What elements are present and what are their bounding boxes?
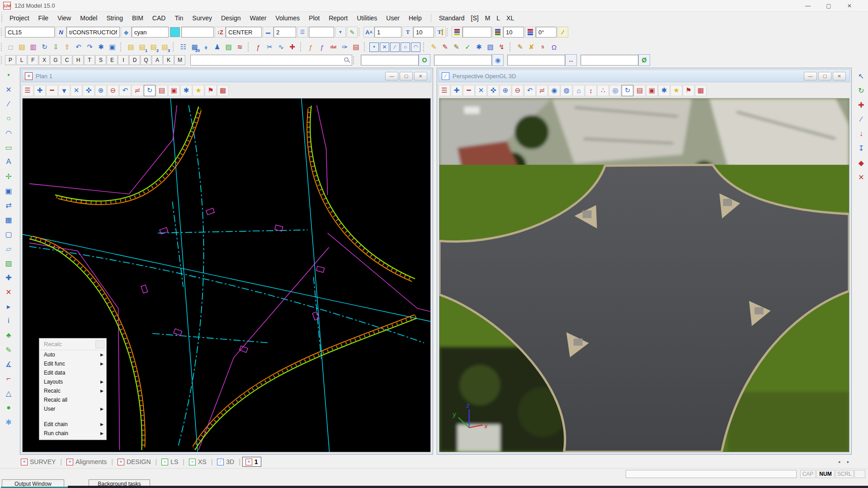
minimize-button[interactable]: — bbox=[797, 0, 818, 11]
cad-letter-d[interactable]: D bbox=[129, 55, 140, 65]
recalc-icon[interactable]: ↻ bbox=[144, 85, 156, 96]
fx-recalc-icon[interactable]: ƒ bbox=[317, 42, 327, 52]
zoom-in-icon[interactable]: ⊕ bbox=[500, 85, 511, 96]
symbol-blank-field[interactable] bbox=[462, 27, 491, 38]
weight-field[interactable] bbox=[274, 27, 296, 38]
pan-hand-icon[interactable]: ✜ bbox=[83, 85, 94, 96]
snap-diameter-field[interactable] bbox=[580, 55, 638, 66]
linestyle-lines-icon[interactable]: ☰ bbox=[297, 27, 308, 38]
snap-target-field[interactable] bbox=[434, 55, 492, 66]
style-field[interactable] bbox=[309, 27, 334, 38]
survey-pen-icon[interactable]: ✑ bbox=[340, 42, 350, 52]
cad-letter-i[interactable]: I bbox=[118, 55, 129, 65]
menu-utilities[interactable]: Utilities bbox=[352, 13, 382, 23]
triangle-icon[interactable]: △ bbox=[3, 387, 14, 399]
menu-standard[interactable]: Standard bbox=[436, 13, 468, 23]
snap-tin-icon[interactable]: ◆ bbox=[855, 157, 867, 169]
ruler-icon[interactable]: ▬ bbox=[263, 27, 274, 38]
create-point-icon[interactable]: • bbox=[3, 69, 14, 81]
fan-icon[interactable]: ✢ bbox=[3, 170, 14, 182]
move-icon[interactable]: ✚ bbox=[3, 272, 14, 283]
cad-letter-m[interactable]: M bbox=[175, 55, 185, 65]
snap-point-icon[interactable]: ✚ bbox=[855, 99, 867, 111]
zoom-plus-icon[interactable]: ✚ bbox=[451, 85, 462, 96]
maximize-button[interactable]: ▢ bbox=[818, 0, 839, 11]
layout-grid-icon[interactable]: ▦ bbox=[695, 85, 707, 96]
snap-width-field-icon[interactable]: ↔ bbox=[565, 54, 577, 66]
view-tab-3d[interactable]: ∕3D bbox=[214, 457, 237, 466]
context-item-recalc[interactable]: Recalc▶ bbox=[39, 386, 106, 395]
view-undo-icon[interactable]: ↶ bbox=[119, 85, 131, 96]
zoom-out-icon[interactable]: ⊖ bbox=[107, 85, 119, 96]
snap-target-field-icon[interactable]: ◉ bbox=[492, 54, 504, 66]
view-undo-icon[interactable]: ↶ bbox=[524, 85, 536, 96]
select-pointer-icon[interactable]: ↖ bbox=[855, 70, 867, 82]
globe-icon[interactable]: ● bbox=[3, 402, 14, 413]
steering-icon[interactable]: ◎ bbox=[609, 85, 621, 96]
favourites-star-icon[interactable]: ★ bbox=[670, 85, 682, 96]
context-item-recalc-all[interactable]: Recalc all bbox=[39, 395, 106, 404]
cad-letter-x[interactable]: X bbox=[39, 55, 50, 65]
cad-letter-e[interactable]: E bbox=[107, 55, 118, 65]
pick-icon[interactable]: ▸ bbox=[3, 300, 14, 312]
symbol-style-icon[interactable] bbox=[452, 27, 462, 38]
pencil-point-icon[interactable]: ✎ bbox=[451, 42, 462, 52]
context-item-layouts[interactable]: Layouts▶ bbox=[39, 377, 106, 386]
context-item-edit-chain[interactable]: Edit chain▶ bbox=[39, 420, 106, 429]
fit-icon[interactable]: ▼ bbox=[58, 85, 70, 96]
menu-project[interactable]: Project bbox=[5, 13, 34, 23]
perspective-window-titlebar[interactable]: ∕ Perspective OpenGL 3D — ▢ ✕ bbox=[439, 70, 850, 82]
offset-icon[interactable]: ▣ bbox=[3, 185, 14, 197]
context-item-edit-func[interactable]: Edit func▶ bbox=[39, 359, 106, 368]
context-item-edit-data[interactable]: Edit data bbox=[39, 368, 106, 377]
string-tools-icon[interactable]: ✚ bbox=[287, 42, 297, 52]
open-model-3-icon[interactable]: ▤3 bbox=[160, 42, 170, 52]
create-arc-icon[interactable]: ◠ bbox=[3, 127, 14, 139]
grid-table-icon[interactable]: ▦ bbox=[3, 214, 14, 225]
open-model-2-icon[interactable]: ▤2 bbox=[148, 42, 159, 52]
new-project-icon[interactable]: □ bbox=[5, 42, 16, 52]
menu-view[interactable]: View bbox=[53, 13, 75, 23]
parallelogram-icon[interactable]: ▱ bbox=[3, 243, 14, 254]
edit-pencil-icon[interactable]: ✎ bbox=[347, 27, 358, 38]
z-toggle-icon[interactable]: ↕Z bbox=[215, 27, 226, 38]
symbol-colour-icon[interactable] bbox=[492, 27, 503, 38]
search-input[interactable] bbox=[191, 56, 344, 65]
name-icon[interactable]: N bbox=[56, 27, 66, 38]
cad-letter-p[interactable]: P bbox=[5, 55, 16, 65]
extents-icon[interactable]: ▢ bbox=[3, 228, 14, 240]
angle-measure-icon[interactable]: ∡ bbox=[3, 358, 14, 370]
save-project-icon[interactable]: ▥ bbox=[28, 42, 38, 52]
menu-water[interactable]: Water bbox=[245, 13, 271, 23]
cad-letter-f[interactable]: F bbox=[28, 55, 38, 65]
cad-letter-t[interactable]: T bbox=[84, 55, 95, 65]
perspective-close-button[interactable]: ✕ bbox=[833, 72, 846, 80]
view-mode-icon[interactable]: ≓ bbox=[536, 85, 548, 96]
gear-blue-icon[interactable]: ✱ bbox=[474, 42, 484, 52]
pencil-red-icon[interactable]: ✎ bbox=[440, 42, 450, 52]
resize-icon[interactable]: ✕ bbox=[475, 85, 487, 96]
plan-canvas[interactable]: Recalc Auto▶Edit func▶Edit dataLayouts▶R… bbox=[22, 98, 431, 452]
menu-bim[interactable]: BIM bbox=[127, 13, 148, 23]
interface-chart-icon[interactable]: ▧ bbox=[485, 42, 495, 52]
create-polygon-icon[interactable]: ○ bbox=[3, 113, 14, 124]
menu-user[interactable]: User bbox=[382, 13, 404, 23]
drop-pin-icon[interactable]: ⚑ bbox=[205, 85, 217, 96]
context-item-auto[interactable]: Auto▶ bbox=[39, 350, 106, 359]
snap-circle-field[interactable] bbox=[361, 55, 419, 66]
string-cut-icon[interactable]: ✂ bbox=[264, 42, 275, 52]
menu-survey[interactable]: Survey bbox=[188, 13, 217, 23]
model-diamond-icon[interactable]: ◆ bbox=[121, 27, 132, 38]
plan-restore-button[interactable]: ▢ bbox=[400, 72, 413, 80]
info-icon[interactable]: i bbox=[3, 315, 14, 327]
open-project-icon[interactable]: ▤ bbox=[17, 42, 27, 52]
redo-icon[interactable]: ↷ bbox=[85, 42, 95, 52]
walk-icon[interactable]: ∴ bbox=[597, 85, 609, 96]
copy-view-icon[interactable]: ▣ bbox=[646, 85, 658, 96]
text-height-icon[interactable]: AA bbox=[363, 27, 374, 38]
create-text-icon[interactable]: A bbox=[3, 156, 14, 168]
view-tab-design[interactable]: ✳DESIGN bbox=[115, 457, 154, 466]
cad-letter-l[interactable]: L bbox=[16, 55, 27, 65]
delete-icon[interactable]: ✕ bbox=[3, 286, 14, 298]
plan-close-button[interactable]: ✕ bbox=[414, 72, 427, 80]
